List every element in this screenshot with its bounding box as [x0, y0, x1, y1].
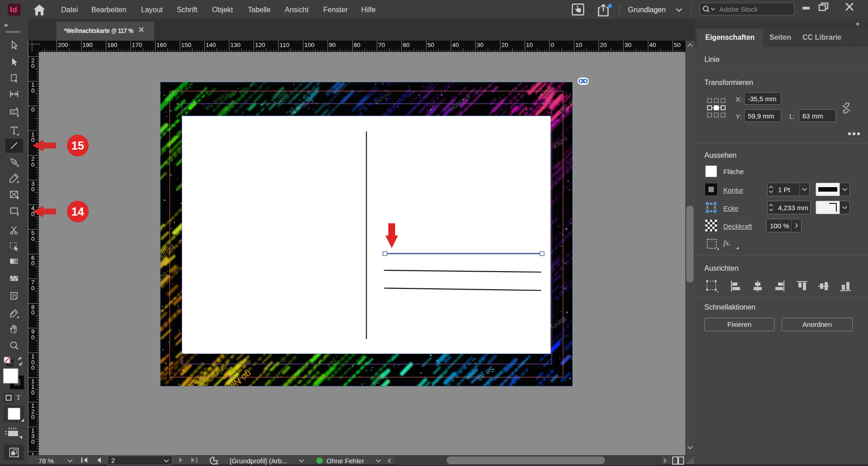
- svg-text:40: 40: [649, 42, 656, 48]
- svg-text:170: 170: [132, 42, 142, 48]
- svg-text:50: 50: [428, 42, 434, 48]
- svg-text:0: 0: [31, 260, 35, 267]
- svg-text:30: 30: [477, 42, 484, 48]
- svg-text:0: 0: [31, 285, 35, 292]
- svg-text:0: 0: [31, 186, 35, 193]
- svg-text:110: 110: [280, 42, 290, 48]
- svg-text:10: 10: [576, 42, 582, 48]
- svg-text:30: 30: [625, 42, 632, 48]
- svg-text:70: 70: [378, 42, 385, 48]
- svg-text:0: 0: [31, 309, 35, 316]
- svg-text:0: 0: [31, 62, 35, 69]
- svg-text:0: 0: [31, 389, 35, 396]
- svg-text:120: 120: [255, 42, 265, 48]
- svg-text:140: 140: [206, 42, 216, 48]
- svg-text:60: 60: [403, 42, 410, 48]
- svg-text:0: 0: [31, 438, 35, 445]
- svg-text:0: 0: [31, 87, 35, 94]
- svg-text:20: 20: [600, 42, 607, 48]
- svg-text:160: 160: [156, 42, 167, 48]
- svg-text:80: 80: [354, 42, 360, 48]
- svg-text:90: 90: [329, 42, 336, 48]
- svg-text:50: 50: [674, 42, 681, 48]
- svg-text:150: 150: [181, 42, 192, 48]
- svg-text:0: 0: [31, 161, 35, 168]
- svg-text:0: 0: [31, 106, 35, 113]
- svg-text:190: 190: [83, 42, 93, 48]
- svg-text:10: 10: [526, 42, 533, 48]
- svg-text:0: 0: [31, 235, 35, 242]
- svg-text:0: 0: [551, 42, 554, 48]
- svg-text:20: 20: [501, 42, 508, 48]
- svg-text:0: 0: [31, 334, 35, 341]
- svg-text:180: 180: [107, 42, 118, 48]
- svg-text:0: 0: [31, 364, 35, 371]
- svg-text:200: 200: [58, 42, 68, 48]
- svg-text:0: 0: [31, 414, 35, 420]
- svg-text:40: 40: [452, 42, 459, 48]
- svg-text:1: 1: [31, 452, 35, 455]
- svg-text:100: 100: [304, 42, 315, 48]
- svg-text:130: 130: [231, 42, 241, 48]
